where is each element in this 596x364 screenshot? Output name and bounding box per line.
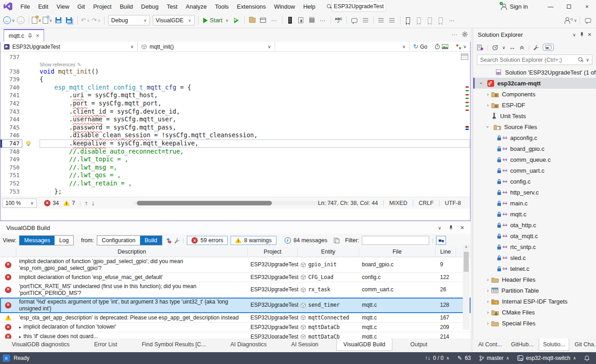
debug-profile-dropdown[interactable]: VisualGDE∨	[153, 15, 195, 25]
group-view-button[interactable]	[436, 236, 446, 245]
pin-icon[interactable]	[449, 225, 453, 230]
build-settings-wrench-icon[interactable]	[174, 238, 180, 244]
chevron-collapsed-icon[interactable]: ›	[484, 102, 491, 108]
chevron-expanded-icon[interactable]: ›	[485, 123, 491, 130]
tree-item-ota-mqtt-c[interactable]: ++ota_mqtt.c	[473, 230, 596, 241]
go-button[interactable]: Go	[420, 44, 427, 50]
menu-edit[interactable]: Edit	[34, 1, 52, 12]
tree-item-mqtt-c[interactable]: ++mqtt.c	[473, 209, 596, 219]
tree-item-rtc-sntp-c[interactable]: ++rtc_sntp.c	[473, 241, 596, 252]
new-file-button[interactable]: ∨	[32, 15, 42, 26]
tree-item-header-files[interactable]: ›Header Files	[473, 274, 596, 285]
tab-ai-diagnostics[interactable]: AI Diagnostics	[224, 339, 273, 350]
program-flash-button[interactable]	[296, 15, 306, 26]
window-position-chevron-icon[interactable]: ∨	[572, 32, 576, 37]
menu-view[interactable]: View	[52, 1, 73, 12]
tree-item-esp-idf[interactable]: ›ESP-IDF	[473, 100, 596, 110]
code-line-748[interactable]: 748 //.disable_auto_reconnect=true,	[0, 148, 470, 156]
preview-selected-items-icon[interactable]	[543, 44, 554, 51]
tab-github-[interactable]: GitHub...	[507, 339, 537, 350]
insert-snippet-button[interactable]	[361, 15, 371, 26]
lightbulb-icon[interactable]	[26, 141, 31, 146]
tree-item-config-c[interactable]: ++config.c	[473, 176, 596, 187]
editor-warnings-icon[interactable]: !	[63, 200, 70, 206]
tab-git-cha-[interactable]: Git Cha...	[571, 339, 596, 350]
tab-solutio-[interactable]: Solutio...	[539, 339, 569, 351]
code-line-745[interactable]: 745 .password = sysCfg.mqtt_pass,	[0, 124, 470, 132]
tree-item-cmake-files[interactable]: ›CMake Files	[473, 307, 596, 318]
zoom-dropdown[interactable]: 100 %∨	[2, 199, 37, 208]
chevron-collapsed-icon[interactable]: ›	[484, 288, 491, 293]
code-line-752[interactable]: 752 //.lwt_retain = ,	[0, 180, 470, 188]
column-header-Project[interactable]: Project	[248, 247, 298, 257]
pin-icon[interactable]	[580, 32, 584, 37]
tree-item-main-c[interactable]: ++main.c	[473, 198, 596, 209]
encoding[interactable]: UTF-8	[439, 200, 466, 206]
code-line-744[interactable]: 744 .username = sysCfg.mqtt_user,	[0, 115, 470, 124]
solution-search-input[interactable]	[480, 57, 576, 63]
pending-edits[interactable]: ✎ 63	[457, 355, 471, 361]
menu-tools[interactable]: Tools	[211, 1, 233, 12]
expander-icon[interactable]: ▸	[19, 325, 21, 329]
editor-error-count[interactable]: 34	[53, 200, 59, 206]
tree-item-board-gpio-c[interactable]: ++board_gpio.c	[473, 143, 596, 154]
tree-item-partition-table[interactable]: ›Partition Table	[473, 285, 596, 296]
bookmarks-overflow-button[interactable]: ···	[447, 15, 457, 26]
collapse-all-icon[interactable]	[519, 45, 525, 50]
notifications-bell-icon[interactable]	[584, 355, 590, 361]
menu-window[interactable]: Window	[270, 1, 299, 12]
next-bookmark-button[interactable]	[425, 15, 435, 26]
column-header-Entity[interactable]: Entity	[298, 247, 359, 257]
table-scrollbar-thumb[interactable]	[464, 252, 469, 272]
from-option-configuration[interactable]: Configuration	[97, 236, 140, 245]
code-line-739[interactable]: 739{	[0, 75, 470, 84]
column-header-icon[interactable]	[0, 247, 16, 257]
build-message-row[interactable]: ×implicit declaration of function 'esp_e…	[0, 273, 471, 282]
messages-count[interactable]: 84 messages	[294, 237, 327, 244]
from-option-build[interactable]: Build	[140, 236, 162, 245]
menu-project[interactable]: Project	[89, 1, 115, 12]
menu-file[interactable]: File	[16, 1, 34, 12]
tab-output[interactable]: Output	[404, 339, 434, 350]
build-message-row[interactable]: !'esp_ota_get_app_description' is deprec…	[0, 313, 471, 323]
previous-bookmark-button[interactable]	[414, 15, 424, 26]
build-message-row[interactable]: ×'portTICK_RATE_MS' undeclared (first us…	[0, 282, 471, 298]
tree-item-comm-uart-c[interactable]: ++comm_uart.c	[473, 165, 596, 176]
clear-bookmarks-button[interactable]	[436, 15, 446, 26]
tab-find-symbol-results-c-[interactable]: Find Symbol Results [C...	[135, 339, 212, 350]
line-endings[interactable]: CRLF	[413, 200, 439, 206]
code-line-753[interactable]: 753 };	[0, 188, 470, 196]
start-debugging-button[interactable]: Start∨	[201, 15, 230, 26]
switch-views-icon[interactable]	[477, 45, 483, 50]
caret-position[interactable]: Ln: 747, Ch: 38, Col: 44	[312, 200, 383, 206]
chevron-expanded-icon[interactable]: ›	[479, 80, 484, 87]
build-message-row[interactable]: ×implicit declaration of function 'gpio_…	[0, 257, 471, 273]
code-line-751[interactable]: 751 //.lwt_qos = ,	[0, 171, 470, 180]
menu-git[interactable]: Git	[73, 1, 89, 12]
tab-ai-cont-[interactable]: AI Cont...	[475, 339, 506, 350]
editor-errors-icon[interactable]: ×	[44, 200, 50, 206]
code-line-738[interactable]: 738void mqtt_init()	[0, 68, 470, 76]
menu-test[interactable]: Test	[163, 1, 182, 12]
switch-window-button[interactable]	[258, 15, 268, 26]
menu-build[interactable]: Build	[115, 1, 137, 12]
code-line-750[interactable]: 750 //.lwt_msg =,	[0, 164, 470, 172]
build-message-row[interactable]: ×▸implicit declaration of function 'tolo…	[0, 323, 471, 332]
browse-code-button[interactable]	[247, 15, 257, 26]
chevron-collapsed-icon[interactable]: ›	[484, 277, 491, 282]
tree-item-esp32cam-mqtt[interactable]: ›esp32cam-mqtt	[473, 78, 596, 89]
close-panel-icon[interactable]: ×	[461, 224, 464, 231]
spell-check-button[interactable]: ABC✓	[334, 15, 344, 26]
chevron-collapsed-icon[interactable]: ›	[484, 299, 491, 304]
view-option-messages[interactable]: Messages	[20, 236, 55, 245]
filter-chevron-icon[interactable]: ∨	[502, 45, 505, 50]
history-stopwatch-icon[interactable]	[435, 44, 440, 50]
symbol-dropdown[interactable]: mqtt_init()∨	[138, 42, 275, 51]
toggle-bookmark-button[interactable]	[403, 15, 413, 26]
diff-markers-icon[interactable]	[456, 44, 461, 50]
sync-with-active-document-icon[interactable]: ↔	[509, 44, 516, 51]
editor-warning-count[interactable]: 7	[72, 200, 75, 206]
solution-configuration-dropdown[interactable]: Debug∨	[108, 15, 150, 25]
tree-item-special-files[interactable]: ›Special Files	[473, 318, 596, 329]
copy-icon[interactable]	[334, 238, 340, 244]
